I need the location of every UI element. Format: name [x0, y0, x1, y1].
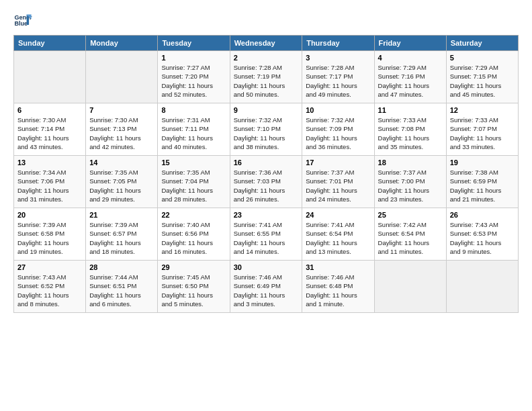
calendar-cell: 4Sunrise: 7:29 AM Sunset: 7:16 PM Daylig… [374, 51, 446, 103]
day-info: Sunrise: 7:33 AM Sunset: 7:07 PM Dayligh… [450, 116, 515, 151]
calendar-cell: 7Sunrise: 7:30 AM Sunset: 7:13 PM Daylig… [86, 103, 158, 156]
day-number: 28 [89, 263, 154, 271]
day-number: 25 [378, 211, 443, 219]
calendar-cell: 27Sunrise: 7:43 AM Sunset: 6:52 PM Dayli… [14, 261, 86, 313]
day-number: 7 [89, 106, 154, 114]
day-number: 10 [306, 106, 370, 114]
week-row-3: 20Sunrise: 7:39 AM Sunset: 6:58 PM Dayli… [14, 208, 519, 261]
calendar-cell: 10Sunrise: 7:32 AM Sunset: 7:09 PM Dayli… [302, 103, 374, 156]
day-info: Sunrise: 7:32 AM Sunset: 7:09 PM Dayligh… [306, 116, 370, 151]
calendar-cell: 26Sunrise: 7:43 AM Sunset: 6:53 PM Dayli… [446, 208, 518, 261]
calendar-cell: 30Sunrise: 7:46 AM Sunset: 6:49 PM Dayli… [230, 261, 302, 313]
day-info: Sunrise: 7:43 AM Sunset: 6:53 PM Dayligh… [450, 220, 515, 256]
calendar-cell: 23Sunrise: 7:41 AM Sunset: 6:55 PM Dayli… [230, 208, 302, 261]
day-number: 8 [161, 106, 226, 114]
day-info: Sunrise: 7:35 AM Sunset: 7:05 PM Dayligh… [89, 168, 154, 203]
header-day-saturday: Saturday [446, 36, 518, 51]
day-info: Sunrise: 7:37 AM Sunset: 7:01 PM Dayligh… [306, 168, 370, 203]
day-number: 26 [450, 211, 515, 219]
header-day-friday: Friday [374, 36, 446, 51]
day-info: Sunrise: 7:36 AM Sunset: 7:03 PM Dayligh… [234, 168, 299, 203]
calendar-cell: 25Sunrise: 7:42 AM Sunset: 6:54 PM Dayli… [374, 208, 446, 261]
day-number: 1 [161, 54, 226, 62]
day-info: Sunrise: 7:41 AM Sunset: 6:55 PM Dayligh… [234, 220, 299, 256]
header-day-monday: Monday [86, 36, 158, 51]
calendar-cell: 6Sunrise: 7:30 AM Sunset: 7:14 PM Daylig… [14, 103, 86, 156]
calendar-cell: 17Sunrise: 7:37 AM Sunset: 7:01 PM Dayli… [302, 156, 374, 208]
page-container: General Blue SundayMondayTuesdayWednesda… [0, 0, 532, 320]
calendar-cell: 15Sunrise: 7:35 AM Sunset: 7:04 PM Dayli… [158, 156, 230, 208]
header-day-tuesday: Tuesday [158, 36, 230, 51]
calendar-cell: 9Sunrise: 7:32 AM Sunset: 7:10 PM Daylig… [230, 103, 302, 156]
header-day-wednesday: Wednesday [230, 36, 302, 51]
day-info: Sunrise: 7:32 AM Sunset: 7:10 PM Dayligh… [234, 116, 299, 151]
calendar-cell [446, 261, 518, 313]
day-number: 27 [17, 263, 82, 271]
day-info: Sunrise: 7:46 AM Sunset: 6:49 PM Dayligh… [234, 273, 299, 308]
day-info: Sunrise: 7:30 AM Sunset: 7:13 PM Dayligh… [89, 116, 154, 151]
calendar-cell: 12Sunrise: 7:33 AM Sunset: 7:07 PM Dayli… [446, 103, 518, 156]
day-number: 29 [161, 263, 226, 271]
day-info: Sunrise: 7:38 AM Sunset: 6:59 PM Dayligh… [450, 168, 515, 203]
svg-text:Blue: Blue [14, 20, 28, 27]
day-info: Sunrise: 7:44 AM Sunset: 6:51 PM Dayligh… [89, 273, 154, 308]
week-row-1: 6Sunrise: 7:30 AM Sunset: 7:14 PM Daylig… [14, 103, 519, 156]
day-number: 9 [234, 106, 299, 114]
day-info: Sunrise: 7:42 AM Sunset: 6:54 PM Dayligh… [378, 220, 443, 256]
day-number: 21 [89, 211, 154, 219]
day-info: Sunrise: 7:27 AM Sunset: 7:20 PM Dayligh… [161, 63, 226, 99]
calendar-table: SundayMondayTuesdayWednesdayThursdayFrid… [13, 35, 519, 313]
day-info: Sunrise: 7:30 AM Sunset: 7:14 PM Dayligh… [17, 116, 82, 151]
calendar-cell: 2Sunrise: 7:28 AM Sunset: 7:19 PM Daylig… [230, 51, 302, 103]
week-row-2: 13Sunrise: 7:34 AM Sunset: 7:06 PM Dayli… [14, 156, 519, 208]
calendar-cell: 5Sunrise: 7:29 AM Sunset: 7:15 PM Daylig… [446, 51, 518, 103]
day-number: 15 [161, 158, 226, 167]
day-info: Sunrise: 7:33 AM Sunset: 7:08 PM Dayligh… [378, 116, 443, 151]
day-info: Sunrise: 7:43 AM Sunset: 6:52 PM Dayligh… [17, 273, 82, 308]
calendar-cell: 13Sunrise: 7:34 AM Sunset: 7:06 PM Dayli… [14, 156, 86, 208]
day-number: 2 [234, 54, 299, 62]
calendar-cell: 11Sunrise: 7:33 AM Sunset: 7:08 PM Dayli… [374, 103, 446, 156]
calendar-cell [86, 51, 158, 103]
calendar-cell: 31Sunrise: 7:46 AM Sunset: 6:48 PM Dayli… [302, 261, 374, 313]
day-number: 14 [89, 158, 154, 167]
calendar-cell: 22Sunrise: 7:40 AM Sunset: 6:56 PM Dayli… [158, 208, 230, 261]
day-info: Sunrise: 7:39 AM Sunset: 6:57 PM Dayligh… [89, 220, 154, 256]
day-number: 6 [17, 106, 82, 114]
calendar-cell: 16Sunrise: 7:36 AM Sunset: 7:03 PM Dayli… [230, 156, 302, 208]
header-row: SundayMondayTuesdayWednesdayThursdayFrid… [14, 36, 519, 51]
day-number: 12 [450, 106, 515, 114]
calendar-cell: 21Sunrise: 7:39 AM Sunset: 6:57 PM Dayli… [86, 208, 158, 261]
header: General Blue [13, 11, 519, 30]
day-number: 31 [306, 263, 370, 271]
calendar-cell: 14Sunrise: 7:35 AM Sunset: 7:05 PM Dayli… [86, 156, 158, 208]
day-info: Sunrise: 7:39 AM Sunset: 6:58 PM Dayligh… [17, 220, 82, 256]
calendar-cell [374, 261, 446, 313]
calendar-cell [14, 51, 86, 103]
day-info: Sunrise: 7:46 AM Sunset: 6:48 PM Dayligh… [306, 273, 370, 308]
day-info: Sunrise: 7:41 AM Sunset: 6:54 PM Dayligh… [306, 220, 370, 256]
day-number: 16 [234, 158, 299, 167]
day-number: 17 [306, 158, 370, 167]
logo: General Blue [13, 11, 32, 30]
week-row-0: 1Sunrise: 7:27 AM Sunset: 7:20 PM Daylig… [14, 51, 519, 103]
day-info: Sunrise: 7:40 AM Sunset: 6:56 PM Dayligh… [161, 220, 226, 256]
day-number: 24 [306, 211, 370, 219]
day-info: Sunrise: 7:29 AM Sunset: 7:15 PM Dayligh… [450, 63, 515, 99]
calendar-cell: 29Sunrise: 7:45 AM Sunset: 6:50 PM Dayli… [158, 261, 230, 313]
calendar-cell: 8Sunrise: 7:31 AM Sunset: 7:11 PM Daylig… [158, 103, 230, 156]
calendar-cell: 19Sunrise: 7:38 AM Sunset: 6:59 PM Dayli… [446, 156, 518, 208]
day-info: Sunrise: 7:34 AM Sunset: 7:06 PM Dayligh… [17, 168, 82, 203]
calendar-cell: 3Sunrise: 7:28 AM Sunset: 7:17 PM Daylig… [302, 51, 374, 103]
day-number: 30 [234, 263, 299, 271]
day-number: 3 [306, 54, 370, 62]
day-info: Sunrise: 7:31 AM Sunset: 7:11 PM Dayligh… [161, 116, 226, 151]
week-row-4: 27Sunrise: 7:43 AM Sunset: 6:52 PM Dayli… [14, 261, 519, 313]
day-number: 22 [161, 211, 226, 219]
day-info: Sunrise: 7:29 AM Sunset: 7:16 PM Dayligh… [378, 63, 443, 99]
calendar-cell: 20Sunrise: 7:39 AM Sunset: 6:58 PM Dayli… [14, 208, 86, 261]
day-info: Sunrise: 7:45 AM Sunset: 6:50 PM Dayligh… [161, 273, 226, 308]
day-number: 13 [17, 158, 82, 167]
day-number: 23 [234, 211, 299, 219]
day-info: Sunrise: 7:37 AM Sunset: 7:00 PM Dayligh… [378, 168, 443, 203]
